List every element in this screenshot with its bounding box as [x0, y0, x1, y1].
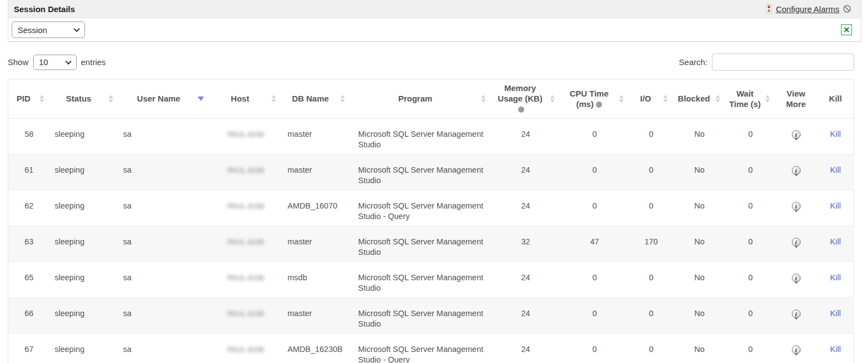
- column-header-memory[interactable]: Memory Usage (KB): [491, 79, 560, 118]
- view-type-select[interactable]: Session: [12, 22, 85, 38]
- cell-kill: Kill: [817, 190, 854, 226]
- info-i-glyph: i: [792, 274, 800, 282]
- cell-pid: 63: [8, 226, 50, 261]
- column-header-pid[interactable]: PID: [8, 79, 50, 118]
- cell-value: 24: [521, 201, 530, 210]
- cell-cpu: 0: [560, 118, 629, 154]
- cell-value: 67: [24, 345, 33, 354]
- cell-value: No: [694, 309, 705, 318]
- kill-session-link[interactable]: Kill: [830, 237, 840, 246]
- cell-blocked: No: [673, 118, 726, 154]
- cell-cpu: 0: [560, 333, 629, 363]
- cell-value: 24: [521, 273, 530, 282]
- cell-io: 0: [629, 297, 673, 333]
- cell-status: sleeping: [50, 226, 119, 261]
- column-header-wait[interactable]: Wait Time (s): [726, 79, 775, 118]
- kill-session-link[interactable]: Kill: [830, 309, 840, 318]
- kill-session-link[interactable]: Kill: [830, 345, 840, 354]
- cell-value: sa: [123, 309, 131, 318]
- cell-io: 0: [629, 190, 673, 226]
- view-more-info-icon[interactable]: i: [792, 238, 801, 247]
- blurred-host-value: PAUL-4238: [227, 274, 264, 282]
- cell-io: 0: [629, 261, 673, 297]
- cell-blocked: No: [673, 154, 726, 190]
- column-header-status[interactable]: Status: [50, 79, 119, 118]
- column-label: PID: [17, 94, 30, 103]
- column-label: Host: [231, 94, 249, 103]
- metric-dot-icon: [596, 102, 602, 108]
- column-header-db[interactable]: DB Name: [281, 79, 350, 118]
- column-header-viewmore: View More: [775, 79, 817, 118]
- view-more-info-icon[interactable]: i: [792, 345, 801, 354]
- search-input[interactable]: [712, 54, 854, 71]
- column-header-kill: Kill: [817, 79, 854, 118]
- cell-db: master: [281, 118, 350, 154]
- kill-session-link[interactable]: Kill: [830, 201, 840, 210]
- cell-user: sa: [119, 190, 210, 226]
- cell-program: Microsoft SQL Server Management Studio: [350, 226, 491, 261]
- cell-cpu: 0: [560, 261, 629, 297]
- cell-value: 61: [24, 166, 33, 174]
- column-header-io[interactable]: I/O: [629, 79, 673, 118]
- cell-value: Microsoft SQL Server Management Studio: [358, 130, 483, 149]
- cell-value: msdb: [287, 273, 307, 282]
- kill-session-link[interactable]: Kill: [830, 273, 840, 282]
- column-label: Program: [398, 94, 433, 103]
- cell-viewmore: i: [775, 297, 817, 333]
- view-more-info-icon[interactable]: i: [792, 309, 801, 318]
- cell-pid: 62: [8, 190, 50, 226]
- column-label: Blocked: [678, 94, 710, 103]
- info-i-glyph: i: [792, 346, 800, 354]
- session-details-panel: Session Details Configure Alarms Session…: [8, 0, 861, 42]
- table-row: 63sleepingsaPAUL-4238masterMicrosoft SQL…: [8, 226, 854, 261]
- cell-user: sa: [119, 226, 210, 261]
- cell-program: Microsoft SQL Server Management Studio: [350, 297, 491, 333]
- export-excel-icon[interactable]: ✕: [841, 24, 852, 35]
- cell-value: master: [287, 309, 312, 318]
- cell-value: 62: [24, 201, 33, 210]
- cell-kill: Kill: [817, 226, 854, 261]
- cell-value: master: [287, 237, 312, 246]
- cell-value: No: [694, 273, 705, 282]
- view-more-info-icon[interactable]: i: [792, 202, 801, 211]
- metric-dot-icon: [518, 106, 524, 113]
- table-header-row: PIDStatusUser NameHostDB NameProgramMemo…: [8, 79, 854, 118]
- cell-value: 24: [521, 166, 530, 174]
- column-header-program[interactable]: Program: [350, 79, 491, 118]
- page-size-select[interactable]: 10: [33, 55, 77, 70]
- table-row: 66sleepingsaPAUL-4238masterMicrosoft SQL…: [8, 297, 854, 333]
- blurred-host-value: PAUL-4238: [227, 166, 264, 174]
- view-more-info-icon[interactable]: i: [792, 130, 801, 139]
- column-header-cpu[interactable]: CPU Time (ms): [560, 79, 629, 118]
- kill-session-link[interactable]: Kill: [830, 130, 840, 138]
- view-more-info-icon[interactable]: i: [792, 274, 801, 282]
- cell-value: 170: [645, 237, 658, 246]
- cell-value: 0: [649, 309, 653, 318]
- table-controls: Show 10 entries Search:: [8, 54, 854, 71]
- table-row: 61sleepingsaPAUL-4238masterMicrosoft SQL…: [8, 154, 854, 190]
- view-more-info-icon[interactable]: i: [792, 166, 801, 175]
- show-entries-control: Show 10 entries: [8, 55, 106, 70]
- column-header-blocked[interactable]: Blocked: [673, 79, 726, 118]
- cell-viewmore: i: [775, 118, 817, 154]
- cell-value: sa: [123, 345, 131, 354]
- disable-alarms-icon[interactable]: [843, 5, 851, 13]
- cell-value: 0: [748, 166, 753, 174]
- cell-db: msdb: [281, 261, 350, 297]
- info-i-glyph: i: [792, 167, 800, 174]
- cell-user: sa: [119, 333, 210, 363]
- kill-session-link[interactable]: Kill: [830, 166, 840, 174]
- configure-alarms-link[interactable]: Configure Alarms: [776, 4, 839, 14]
- cell-value: 0: [592, 273, 597, 282]
- column-label: DB Name: [292, 94, 329, 103]
- sort-icon: [40, 95, 44, 103]
- column-label: CPU Time (ms): [569, 89, 609, 109]
- cell-value: Microsoft SQL Server Management Studio: [358, 309, 483, 328]
- column-header-user[interactable]: User Name: [119, 79, 210, 118]
- column-header-host[interactable]: Host: [210, 79, 281, 118]
- cell-memory: 24: [491, 261, 560, 297]
- cell-status: sleeping: [50, 297, 119, 333]
- sort-icon: [765, 95, 770, 103]
- cell-value: 0: [748, 130, 753, 138]
- cell-value: 0: [649, 345, 653, 354]
